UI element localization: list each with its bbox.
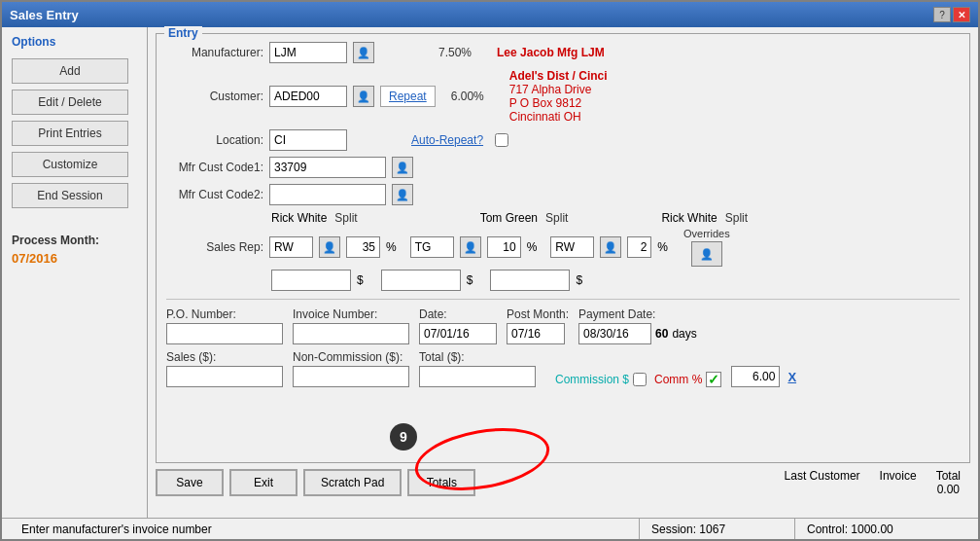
rep3-code-input[interactable] bbox=[550, 236, 594, 258]
po-number-label: P.O. Number: bbox=[166, 307, 283, 321]
rep1-dollar-symbol: $ bbox=[357, 273, 364, 287]
total-input[interactable] bbox=[419, 366, 536, 387]
total-label: Total ($): bbox=[419, 350, 536, 364]
sales-rep-row: Sales Rep: % % bbox=[166, 228, 960, 267]
po-number-input[interactable] bbox=[166, 323, 283, 344]
rep1-code-input[interactable] bbox=[269, 236, 313, 258]
last-customer-col: Last Customer bbox=[785, 469, 860, 496]
print-entries-button[interactable]: Print Entries bbox=[12, 121, 128, 146]
non-commission-input[interactable] bbox=[293, 366, 409, 387]
person-icon bbox=[357, 47, 370, 59]
rep3-split-label: Split bbox=[725, 211, 748, 225]
process-month: Process Month: 07/2016 bbox=[12, 234, 137, 266]
customize-button[interactable]: Customize bbox=[12, 152, 128, 177]
sales-label: Sales ($): bbox=[166, 350, 283, 364]
rep3-dollar-input[interactable] bbox=[490, 270, 570, 291]
rep3-lookup-button[interactable] bbox=[600, 236, 621, 258]
customer-name-line4: Cincinnati OH bbox=[509, 110, 608, 124]
overrides-label: Overrides bbox=[683, 228, 730, 239]
rep2-split-input[interactable] bbox=[487, 236, 521, 258]
rep1-lookup-button[interactable] bbox=[319, 236, 340, 258]
manufacturer-name: Lee Jacob Mfg LJM bbox=[497, 46, 605, 59]
customer-input[interactable] bbox=[269, 86, 347, 107]
entry-section-label: Entry bbox=[164, 26, 202, 40]
person-icon-5 bbox=[323, 241, 336, 254]
overrides-button[interactable] bbox=[691, 241, 722, 267]
x-button[interactable]: X bbox=[788, 370, 796, 384]
close-button[interactable]: ✕ bbox=[953, 7, 970, 22]
last-section: Last Customer Invoice Total 0.00 bbox=[481, 469, 970, 496]
customer-label: Customer: bbox=[166, 90, 263, 103]
location-label: Location: bbox=[166, 133, 263, 147]
rep-dollar-row: $ $ $ bbox=[271, 270, 960, 291]
auto-repeat-checkbox[interactable] bbox=[495, 133, 508, 147]
title-bar-controls: ? ✕ bbox=[933, 7, 970, 22]
po-number-group: P.O. Number: bbox=[166, 307, 283, 344]
status-control: Control: 1000.00 bbox=[795, 519, 970, 539]
auto-repeat-link[interactable]: Auto-Repeat? bbox=[411, 133, 483, 147]
save-button[interactable]: Save bbox=[156, 469, 224, 496]
payment-date-row: 60 days bbox=[578, 323, 697, 344]
comm-pct-input[interactable] bbox=[731, 366, 780, 387]
post-month-group: Post Month: bbox=[507, 307, 569, 344]
rep3-dollar-symbol: $ bbox=[576, 273, 582, 287]
commission-section: Commission $ Comm % ✓ bbox=[555, 372, 721, 387]
customer-name-line1: Adel's Dist / Cinci bbox=[509, 69, 608, 83]
rep2-code-input[interactable] bbox=[410, 236, 454, 258]
end-session-button[interactable]: End Session bbox=[12, 183, 128, 208]
person-icon-6 bbox=[464, 241, 477, 254]
section-divider bbox=[166, 299, 960, 300]
bottom-action-bar: Save Exit Scratch Pad Totals Last Custom… bbox=[156, 469, 970, 496]
process-month-value: 07/2016 bbox=[12, 251, 57, 266]
comm-pct-row: X bbox=[731, 366, 796, 387]
total-col-value: 0.00 bbox=[937, 483, 960, 496]
sales-input[interactable] bbox=[166, 366, 283, 387]
mfr-cust-code1-row: Mfr Cust Code1: bbox=[166, 157, 960, 178]
date-input[interactable] bbox=[419, 323, 497, 344]
post-month-input[interactable] bbox=[507, 323, 565, 344]
help-button[interactable]: ? bbox=[933, 7, 951, 22]
control-text: Control: 1000.00 bbox=[807, 523, 893, 536]
repeat-button[interactable]: Repeat bbox=[380, 86, 436, 107]
location-input[interactable] bbox=[269, 129, 347, 151]
add-button[interactable]: Add bbox=[12, 58, 128, 84]
entry-panel: Entry Manufacturer: 7.50% Lee Jacob Mfg … bbox=[148, 27, 978, 518]
rep2-dollar-input[interactable] bbox=[381, 270, 461, 291]
entry-border: Entry Manufacturer: 7.50% Lee Jacob Mfg … bbox=[156, 33, 970, 463]
comm-pct-checked: ✓ bbox=[706, 372, 721, 387]
days-label: days bbox=[672, 327, 696, 341]
rep1-dollar-input[interactable] bbox=[271, 270, 351, 291]
invoice-number-input[interactable] bbox=[293, 323, 409, 344]
rep-headers: Rick White Split Tom Green Split Rick Wh… bbox=[271, 211, 960, 225]
rep3-split-input[interactable] bbox=[627, 236, 651, 258]
mfr-cust-code1-input[interactable] bbox=[269, 157, 386, 178]
sales-group: Sales ($): bbox=[166, 350, 283, 387]
rep1-name: Rick White bbox=[271, 211, 327, 225]
mfr-cust-code2-input[interactable] bbox=[269, 184, 386, 205]
payment-date-label: Payment Date: bbox=[578, 307, 697, 321]
exit-button[interactable]: Exit bbox=[229, 469, 298, 496]
payment-date-input[interactable] bbox=[578, 323, 651, 344]
rep1-split-input[interactable] bbox=[346, 236, 380, 258]
commission-checkbox[interactable] bbox=[633, 373, 647, 386]
edit-delete-button[interactable]: Edit / Delete bbox=[12, 90, 128, 115]
customer-lookup-button[interactable] bbox=[353, 86, 374, 107]
rep2-name: Tom Green bbox=[480, 211, 538, 225]
rep2-lookup-button[interactable] bbox=[460, 236, 481, 258]
total-group: Total ($): bbox=[419, 350, 536, 387]
manufacturer-input[interactable] bbox=[269, 42, 347, 63]
mfr-cust-code2-lookup-button[interactable] bbox=[392, 184, 413, 205]
green-checkmark-icon: ✓ bbox=[708, 372, 719, 387]
window-title: Sales Entry bbox=[10, 8, 79, 22]
mfr-cust-code1-lookup-button[interactable] bbox=[392, 157, 413, 178]
rep3-name: Rick White bbox=[661, 211, 717, 225]
status-session: Session: 1067 bbox=[640, 519, 795, 539]
totals-button[interactable]: Totals bbox=[407, 469, 475, 496]
invoice-number-label: Invoice Number: bbox=[293, 307, 409, 321]
sidebar: Options Add Edit / Delete Print Entries … bbox=[2, 27, 148, 518]
sales-rep-label: Sales Rep: bbox=[166, 240, 263, 254]
customer-pct: 6.00% bbox=[451, 90, 484, 103]
manufacturer-lookup-button[interactable] bbox=[353, 42, 374, 63]
scratch-pad-button[interactable]: Scratch Pad bbox=[303, 469, 402, 496]
main-content: Options Add Edit / Delete Print Entries … bbox=[2, 27, 978, 518]
